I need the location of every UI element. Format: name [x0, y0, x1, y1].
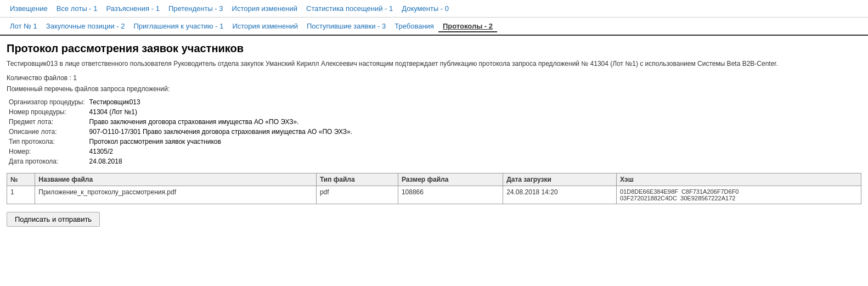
nav2-item-2[interactable]: Приглашения к участию - 1 [129, 21, 228, 31]
info-row: Номер процедуры:41304 (Лот №1) [7, 107, 354, 117]
table-cell: 01D8DE66E384E98F C8F731A206F7D6F0 03F272… [617, 186, 861, 204]
info-label: Дата протокола: [7, 156, 87, 166]
info-label: Номер: [7, 147, 87, 156]
info-value: 41304 (Лот №1) [87, 107, 354, 117]
files-list-label: Поименный перечень файлов запроса предло… [7, 85, 861, 93]
nav2-item-0[interactable]: Лот № 1 [5, 21, 42, 31]
sign-button[interactable]: Подписать и отправить [7, 212, 100, 227]
table-cell: 24.08.2018 14:20 [503, 186, 617, 204]
info-row: Описание лота:907-О110-17/301 Право закл… [7, 127, 354, 137]
info-value: Протокол рассмотрения заявок участников [87, 137, 354, 147]
table-cell: 108866 [398, 186, 503, 204]
nav-bar-2: Лот № 1 Закупочные позиции - 2 Приглашен… [0, 18, 868, 36]
table-cell: pdf [316, 186, 398, 204]
info-row: Предмет лота:Право заключения договора с… [7, 117, 354, 127]
files-table: №Название файлаТип файлаРазмер файлаДата… [7, 173, 861, 204]
table-header-cell: Размер файла [398, 173, 503, 186]
info-value: Тестировщик013 [87, 97, 354, 107]
info-value: Право заключения договора страхования им… [87, 117, 354, 127]
info-row: Организатор процедуры:Тестировщик013 [7, 97, 354, 107]
nav1-item-3[interactable]: Претенденты - 3 [164, 3, 228, 14]
table-cell: Приложение_к_протоколу_рассмотрения.pdf [35, 186, 317, 204]
file-count: Количество файлов : 1 [7, 74, 861, 82]
info-row: Дата протокола:24.08.2018 [7, 156, 354, 166]
table-header-cell: № [7, 173, 35, 186]
info-label: Организатор процедуры: [7, 97, 87, 107]
info-label: Предмет лота: [7, 117, 87, 127]
info-row: Номер:41305/2 [7, 147, 354, 156]
table-header-cell: Тип файла [316, 173, 398, 186]
nav1-item-1[interactable]: Все лоты - 1 [52, 3, 102, 14]
info-value: 41305/2 [87, 147, 354, 156]
nav-bar-1: Извещение Все лоты - 1 Разъяснения - 1 П… [0, 0, 868, 18]
table-row: 1Приложение_к_протоколу_рассмотрения.pdf… [7, 186, 861, 204]
nav2-item-3[interactable]: История изменений [228, 21, 302, 31]
table-cell: 1 [7, 186, 35, 204]
nav2-item-5[interactable]: Требования [390, 21, 438, 31]
info-row: Тип протокола:Протокол рассмотрения заяв… [7, 137, 354, 147]
info-label: Тип протокола: [7, 137, 87, 147]
table-header-cell: Название файла [35, 173, 317, 186]
info-value: 24.08.2018 [87, 156, 354, 166]
main-content: Протокол рассмотрения заявок участников … [0, 36, 868, 233]
description-text: Тестировщик013 в лице ответственного пол… [7, 59, 861, 69]
nav1-item-2[interactable]: Разъяснения - 1 [102, 3, 164, 14]
nav1-item-5[interactable]: Статистика посещений - 1 [302, 3, 397, 14]
info-value: 907-О110-17/301 Право заключения договор… [87, 127, 354, 137]
nav2-item-1[interactable]: Закупочные позиции - 2 [42, 21, 129, 31]
nav2-item-6[interactable]: Протоколы - 2 [438, 21, 497, 32]
table-header-cell: Дата загрузки [503, 173, 617, 186]
info-table: Организатор процедуры:Тестировщик013Номе… [7, 97, 354, 166]
info-label: Номер процедуры: [7, 107, 87, 117]
nav1-item-0[interactable]: Извещение [5, 3, 52, 14]
nav1-item-4[interactable]: История изменений [228, 3, 302, 14]
nav2-item-4[interactable]: Поступившие заявки - 3 [302, 21, 390, 31]
info-label: Описание лота: [7, 127, 87, 137]
table-header-cell: Хэш [617, 173, 861, 186]
nav1-item-6[interactable]: Документы - 0 [397, 3, 453, 14]
page-title: Протокол рассмотрения заявок участников [7, 42, 861, 55]
